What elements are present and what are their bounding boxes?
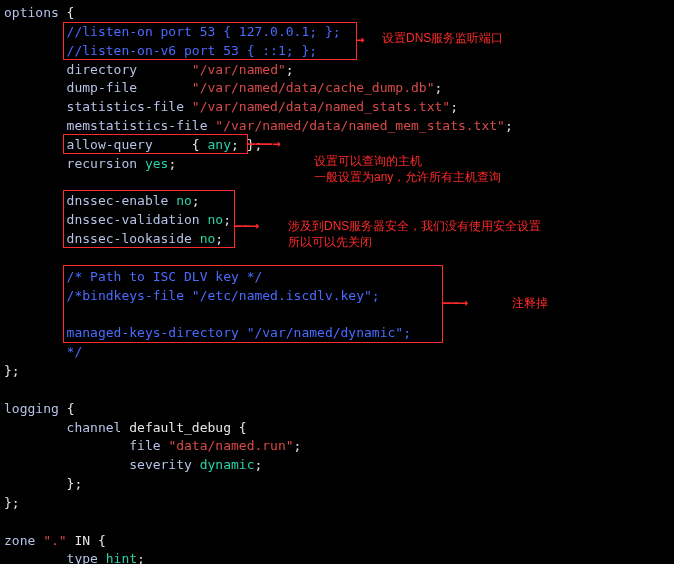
code-block: options { //listen-on port 53 { 127.0.0.…	[4, 4, 670, 564]
literal-no: no	[176, 193, 192, 208]
semi: ;	[450, 99, 458, 114]
comment-listen-on-v6: //listen-on-v6 port 53 { ::1; };	[4, 43, 317, 58]
token-severity: severity	[4, 457, 200, 472]
comment-managed-keys: managed-keys-directory "/var/named/dynam…	[4, 325, 411, 340]
token-memstatistics-file: memstatistics-file	[4, 118, 215, 133]
arrow-icon: →	[356, 32, 364, 46]
str-named-run: "data/named.run"	[168, 438, 293, 453]
literal-any: any	[208, 137, 231, 152]
str-var-named: "/var/named"	[192, 62, 286, 77]
arrow-icon: ——→	[443, 295, 468, 309]
token-dnssec-validation: dnssec-validation	[4, 212, 208, 227]
note-dnssec-1: 涉及到DNS服务器安全，我们没有使用安全设置	[288, 218, 541, 234]
semi: ;	[192, 193, 200, 208]
comment-end: */	[4, 344, 82, 359]
code-editor-view: { "code": { "l01a":"options","l01b":" {"…	[0, 0, 674, 564]
semi: ;	[286, 62, 294, 77]
token-dump-file: dump-file	[4, 80, 137, 95]
str-cache-dump: "/var/named/data/cache_dump.db"	[192, 80, 435, 95]
semi: ;	[223, 212, 231, 227]
token-file: file	[4, 438, 168, 453]
comment-listen-on: //listen-on port 53 { 127.0.0.1; };	[4, 24, 341, 39]
str-named-stats: "/var/named/data/named_stats.txt"	[192, 99, 450, 114]
brace-open: {	[153, 137, 208, 152]
token-recursion: recursion	[4, 156, 145, 171]
brace: {	[67, 401, 75, 416]
token-options: options	[4, 5, 59, 20]
token-zone: zone	[4, 533, 43, 548]
comment-bindkeys: /*bindkeys-file "/etc/named.iscdlv.key";	[4, 288, 380, 303]
note-listen-port: 设置DNS服务监听端口	[382, 30, 503, 46]
semi: ;	[435, 80, 443, 95]
literal-hint: hint	[106, 551, 137, 564]
brace: {	[59, 5, 75, 20]
note-comment-out: 注释掉	[512, 295, 548, 311]
note-dnssec-2: 所以可以先关闭	[288, 234, 372, 250]
literal-yes: yes	[145, 156, 168, 171]
token-dnssec-enable: dnssec-enable	[4, 193, 176, 208]
token-dnssec-lookaside: dnssec-lookaside	[4, 231, 200, 246]
arrow-icon: ———→	[247, 136, 281, 150]
literal-dynamic: dynamic	[200, 457, 255, 472]
semi: ;	[168, 156, 176, 171]
semi: ;	[294, 438, 302, 453]
token-channel: channel	[4, 420, 129, 435]
literal-no: no	[200, 231, 216, 246]
semi: ;	[215, 231, 223, 246]
semi: ;	[254, 457, 262, 472]
channel-name: default_debug {	[129, 420, 246, 435]
brace-close-channel: };	[4, 476, 82, 491]
arrow-icon: ——→	[234, 218, 259, 232]
sp	[137, 62, 192, 77]
brace-close-options: };	[4, 363, 20, 378]
zone-in: IN {	[67, 533, 106, 548]
token-directory: directory	[4, 62, 137, 77]
comment-dlv-path: /* Path to ISC DLV key */	[4, 269, 262, 284]
token-type: type	[4, 551, 106, 564]
str-mem-stats: "/var/named/data/named_mem_stats.txt"	[215, 118, 505, 133]
literal-no: no	[208, 212, 224, 227]
semi: ;	[137, 551, 145, 564]
note-allow-query-1: 设置可以查询的主机	[314, 153, 422, 169]
token-allow-query: allow-query	[4, 137, 153, 152]
brace-close-logging: };	[4, 495, 20, 510]
semi: ;	[505, 118, 513, 133]
sp	[137, 80, 192, 95]
token-statistics-file: statistics-file	[4, 99, 192, 114]
note-allow-query-2: 一般设置为any，允许所有主机查询	[314, 169, 501, 185]
str-root-zone: "."	[43, 533, 66, 548]
token-logging: logging	[4, 401, 67, 416]
